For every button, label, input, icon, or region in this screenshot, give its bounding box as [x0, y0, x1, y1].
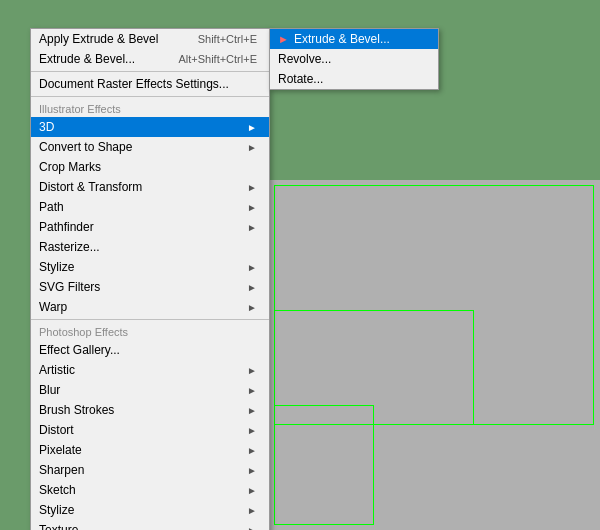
texture-label: Texture [39, 523, 78, 530]
warp-item[interactable]: Warp ► [31, 297, 269, 317]
sharpen-arrow: ► [247, 465, 257, 476]
pathfinder-label: Pathfinder [39, 220, 94, 234]
document-raster-item[interactable]: Document Raster Effects Settings... [31, 74, 269, 94]
rotate-submenu-item[interactable]: Rotate... [270, 69, 438, 89]
canvas-shape-1 [270, 180, 600, 530]
rasterize-item[interactable]: Rasterize... [31, 237, 269, 257]
sketch-label: Sketch [39, 483, 76, 497]
sketch-arrow: ► [247, 485, 257, 496]
path-arrow: ► [247, 202, 257, 213]
submenu-3d: ► Extrude & Bevel... Revolve... Rotate..… [269, 28, 439, 90]
distort-item[interactable]: Distort ► [31, 420, 269, 440]
sharpen-item[interactable]: Sharpen ► [31, 460, 269, 480]
svg-filters-label: SVG Filters [39, 280, 100, 294]
extrude-bevel-label: Extrude & Bevel... [39, 52, 135, 66]
sharpen-label: Sharpen [39, 463, 84, 477]
texture-arrow: ► [247, 525, 257, 531]
path-label: Path [39, 200, 64, 214]
convert-to-shape-item[interactable]: Convert to Shape ► [31, 137, 269, 157]
apply-extrude-shortcut: Shift+Ctrl+E [198, 33, 257, 45]
rotate-submenu-label: Rotate... [278, 72, 323, 86]
pixelate-arrow: ► [247, 445, 257, 456]
stylize-photoshop-arrow: ► [247, 505, 257, 516]
extrude-bevel-item[interactable]: Extrude & Bevel... Alt+Shift+Ctrl+E [31, 49, 269, 69]
3d-label: 3D [39, 120, 54, 134]
extrude-bevel-play-icon: ► [278, 33, 289, 45]
extrude-bevel-submenu-label: Extrude & Bevel... [294, 32, 390, 46]
convert-to-shape-label: Convert to Shape [39, 140, 132, 154]
stylize-photoshop-label: Stylize [39, 503, 74, 517]
main-menu: Apply Extrude & Bevel Shift+Ctrl+E Extru… [30, 28, 270, 530]
path-item[interactable]: Path ► [31, 197, 269, 217]
pathfinder-item[interactable]: Pathfinder ► [31, 217, 269, 237]
distort-transform-item[interactable]: Distort & Transform ► [31, 177, 269, 197]
stylize-illustrator-item[interactable]: Stylize ► [31, 257, 269, 277]
crop-marks-label: Crop Marks [39, 160, 101, 174]
revolve-submenu-label: Revolve... [278, 52, 331, 66]
3d-arrow-icon: ► [247, 122, 257, 133]
stylize-illustrator-label: Stylize [39, 260, 74, 274]
3d-item[interactable]: 3D ► [31, 117, 269, 137]
document-raster-label: Document Raster Effects Settings... [39, 77, 229, 91]
blur-arrow: ► [247, 385, 257, 396]
revolve-submenu-item[interactable]: Revolve... [270, 49, 438, 69]
brush-strokes-arrow: ► [247, 405, 257, 416]
photoshop-effects-section-label: Photoshop Effects [31, 322, 269, 340]
brush-strokes-item[interactable]: Brush Strokes ► [31, 400, 269, 420]
distort-arrow: ► [247, 425, 257, 436]
distort-label: Distort [39, 423, 74, 437]
distort-transform-arrow: ► [247, 182, 257, 193]
artistic-label: Artistic [39, 363, 75, 377]
warp-arrow: ► [247, 302, 257, 313]
artistic-item[interactable]: Artistic ► [31, 360, 269, 380]
apply-extrude-bevel-item[interactable]: Apply Extrude & Bevel Shift+Ctrl+E [31, 29, 269, 49]
divider-2 [31, 96, 269, 97]
artistic-arrow: ► [247, 365, 257, 376]
pathfinder-arrow: ► [247, 222, 257, 233]
texture-item[interactable]: Texture ► [31, 520, 269, 530]
rasterize-label: Rasterize... [39, 240, 100, 254]
divider-3 [31, 319, 269, 320]
warp-label: Warp [39, 300, 67, 314]
stylize-photoshop-item[interactable]: Stylize ► [31, 500, 269, 520]
effect-gallery-label: Effect Gallery... [39, 343, 120, 357]
blur-item[interactable]: Blur ► [31, 380, 269, 400]
convert-to-shape-arrow: ► [247, 142, 257, 153]
sketch-item[interactable]: Sketch ► [31, 480, 269, 500]
pixelate-item[interactable]: Pixelate ► [31, 440, 269, 460]
top-quick-section: Apply Extrude & Bevel Shift+Ctrl+E Extru… [31, 29, 269, 69]
stylize-illustrator-arrow: ► [247, 262, 257, 273]
apply-extrude-bevel-label: Apply Extrude & Bevel [39, 32, 158, 46]
svg-filters-arrow: ► [247, 282, 257, 293]
svg-filters-item[interactable]: SVG Filters ► [31, 277, 269, 297]
effect-gallery-item[interactable]: Effect Gallery... [31, 340, 269, 360]
extrude-bevel-submenu-item[interactable]: ► Extrude & Bevel... [270, 29, 438, 49]
divider-1 [31, 71, 269, 72]
illustrator-effects-section-label: Illustrator Effects [31, 99, 269, 117]
distort-transform-label: Distort & Transform [39, 180, 142, 194]
blur-label: Blur [39, 383, 60, 397]
crop-marks-item[interactable]: Crop Marks [31, 157, 269, 177]
pixelate-label: Pixelate [39, 443, 82, 457]
brush-strokes-label: Brush Strokes [39, 403, 114, 417]
extrude-bevel-shortcut: Alt+Shift+Ctrl+E [178, 53, 257, 65]
